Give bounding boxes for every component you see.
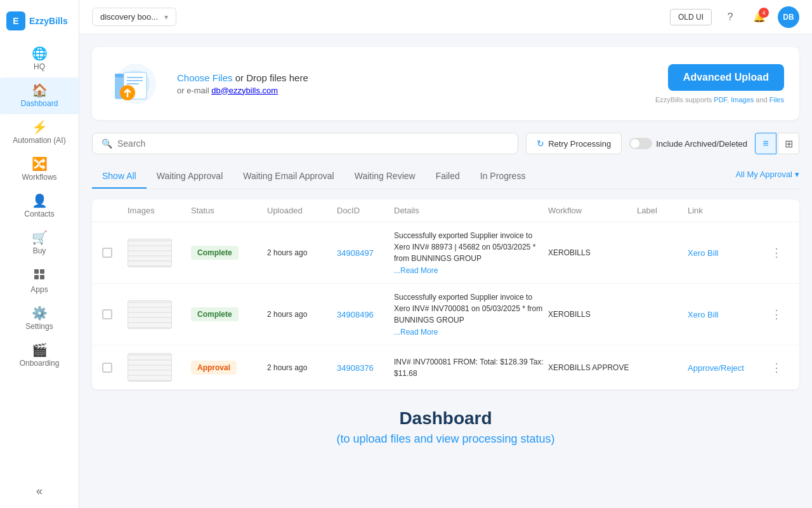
row3-uploaded: 2 hours ago — [267, 362, 337, 373]
sidebar-item-hq-label: HQ — [34, 62, 45, 71]
row2-details-text: Successfully exported Supplier invoice t… — [394, 291, 548, 326]
row1-checkbox[interactable] — [102, 248, 112, 258]
approval-filter[interactable]: All My Approval ▾ — [735, 170, 799, 184]
svg-rect-3 — [40, 275, 44, 279]
status-badge: Complete — [191, 246, 239, 260]
row1-workflow: XEROBILLS — [548, 248, 637, 257]
tab-failed[interactable]: Failed — [426, 164, 470, 189]
row3-workflow: XEROBILLS APPROVE — [548, 363, 637, 372]
tab-waiting-review[interactable]: Waiting Review — [344, 164, 426, 189]
images-link[interactable]: Images — [731, 96, 754, 104]
row1-uploaded: 2 hours ago — [267, 247, 337, 258]
upload-right: Advanced Upload EzzyBills supports PDF, … — [655, 64, 784, 104]
upload-left: Choose Files or Drop files here or e-mai… — [107, 60, 308, 107]
sidebar-collapse-button[interactable]: « — [31, 474, 48, 508]
retry-processing-button[interactable]: ↻ Retry Processing — [526, 133, 622, 154]
sidebar-item-automation-label: Automation (AI) — [13, 136, 65, 145]
tab-waiting-email[interactable]: Waiting Email Approval — [233, 164, 344, 189]
notification-button[interactable]: 🔔 4 — [749, 6, 770, 28]
sidebar-item-workflows[interactable]: 🔀 Workflows — [0, 151, 79, 188]
row2-uploaded: 2 hours ago — [267, 309, 337, 320]
row3-checkbox[interactable] — [102, 363, 112, 373]
org-dropdown-icon: ▾ — [164, 13, 168, 22]
row1-thumbnail — [128, 239, 191, 267]
sidebar-item-settings-label: Settings — [25, 322, 53, 331]
toggle-knob — [631, 139, 639, 148]
documents-table: Images Status Uploaded DocID Details Wor… — [92, 199, 799, 389]
search-input[interactable] — [117, 138, 509, 149]
row2-details: Successfully exported Supplier invoice t… — [394, 291, 548, 337]
help-button[interactable]: ? — [719, 6, 741, 28]
logo[interactable]: E EzzyBills — [0, 6, 79, 41]
list-view-button[interactable]: ≡ — [755, 133, 776, 154]
content-area: Choose Files or Drop files here or e-mai… — [79, 34, 812, 508]
buy-icon: 🛒 — [32, 231, 48, 244]
row3-link: Approve/Reject — [688, 362, 764, 373]
row1-link: Xero Bill — [688, 247, 764, 258]
sidebar-item-automation[interactable]: ⚡ Automation (AI) — [0, 114, 79, 151]
list-icon: ≡ — [763, 138, 768, 149]
upload-zone: Choose Files or Drop files here or e-mai… — [92, 47, 799, 120]
upload-illustration — [107, 60, 164, 107]
sidebar-item-onboarding[interactable]: 🎬 Onboarding — [0, 337, 79, 374]
old-ui-button[interactable]: OLD UI — [670, 9, 712, 25]
sidebar-item-apps[interactable]: Apps — [0, 262, 79, 300]
row1-link-text[interactable]: Xero Bill — [688, 248, 718, 258]
files-link[interactable]: Files — [769, 96, 784, 104]
sidebar-item-hq[interactable]: 🌐 HQ — [0, 41, 79, 77]
grid-view-button[interactable]: ⊞ — [778, 133, 799, 154]
search-box: 🔍 — [92, 133, 518, 154]
table-row: Complete 2 hours ago 34908497 Successful… — [92, 222, 799, 284]
row3-link-text[interactable]: Approve/Reject — [688, 363, 744, 373]
row2-link-text[interactable]: Xero Bill — [688, 310, 718, 319]
tab-show-all[interactable]: Show All — [92, 164, 147, 189]
row3-doc-link[interactable]: 34908376 — [337, 363, 374, 373]
search-section: 🔍 ↻ Retry Processing Include Archived/De… — [92, 133, 799, 154]
header-status: Status — [191, 206, 267, 215]
svg-rect-0 — [34, 269, 39, 274]
svg-rect-2 — [34, 275, 39, 279]
sidebar-item-workflows-label: Workflows — [22, 173, 56, 182]
header-images: Images — [128, 206, 191, 215]
sidebar-item-buy-label: Buy — [33, 246, 46, 255]
row1-more-button[interactable]: ⋮ — [764, 246, 789, 260]
advanced-upload-button[interactable]: Advanced Upload — [668, 64, 784, 91]
row1-check — [102, 248, 128, 258]
search-icon: 🔍 — [102, 138, 112, 149]
avatar[interactable]: DB — [778, 6, 799, 28]
sidebar-item-contacts[interactable]: 👤 Contacts — [0, 188, 79, 225]
tab-in-progress[interactable]: In Progress — [470, 164, 536, 189]
row1-doc-link[interactable]: 34908497 — [337, 248, 374, 258]
grid-icon: ⊞ — [785, 138, 793, 150]
row2-docid: 34908496 — [337, 309, 394, 320]
org-selector[interactable]: discovery boo... ▾ — [92, 8, 176, 26]
table-row: Approval 2 hours ago 34908376 INV# INV70… — [92, 345, 799, 389]
archive-toggle-switch[interactable] — [629, 138, 652, 149]
logo-text: EzzyBills — [29, 16, 68, 26]
main-content: discovery boo... ▾ OLD UI ? 🔔 4 DB — [79, 0, 812, 508]
settings-icon: ⚙️ — [32, 307, 48, 319]
row2-doc-link[interactable]: 34908496 — [337, 310, 374, 319]
sidebar-item-buy[interactable]: 🛒 Buy — [0, 225, 79, 262]
pdf-link[interactable]: PDF — [714, 96, 727, 104]
row2-more-button[interactable]: ⋮ — [764, 307, 789, 321]
row2-read-more[interactable]: ...Read More — [394, 328, 438, 337]
automation-icon: ⚡ — [32, 121, 48, 133]
tabs: Show All Waiting Approval Waiting Email … — [92, 164, 799, 189]
upload-text-block: Choose Files or Drop files here or e-mai… — [177, 72, 308, 95]
hq-icon: 🌐 — [32, 47, 48, 60]
tab-waiting-approval[interactable]: Waiting Approval — [147, 164, 233, 189]
row2-checkbox[interactable] — [102, 309, 112, 319]
annotation-title: Dashboard — [105, 408, 787, 429]
email-link[interactable]: db@ezzybills.com — [211, 86, 278, 95]
sidebar-item-dashboard[interactable]: 🏠 Dashboard — [0, 77, 79, 114]
choose-files-link[interactable]: Choose Files — [177, 72, 233, 83]
row1-read-more[interactable]: ...Read More — [394, 266, 438, 275]
row3-more-button[interactable]: ⋮ — [764, 361, 789, 375]
sidebar-item-settings[interactable]: ⚙️ Settings — [0, 300, 79, 337]
header-docid: DocID — [337, 206, 394, 215]
table-header: Images Status Uploaded DocID Details Wor… — [92, 199, 799, 222]
header-label: Label — [637, 206, 688, 215]
row2-check — [102, 309, 128, 319]
header-more — [764, 206, 789, 215]
